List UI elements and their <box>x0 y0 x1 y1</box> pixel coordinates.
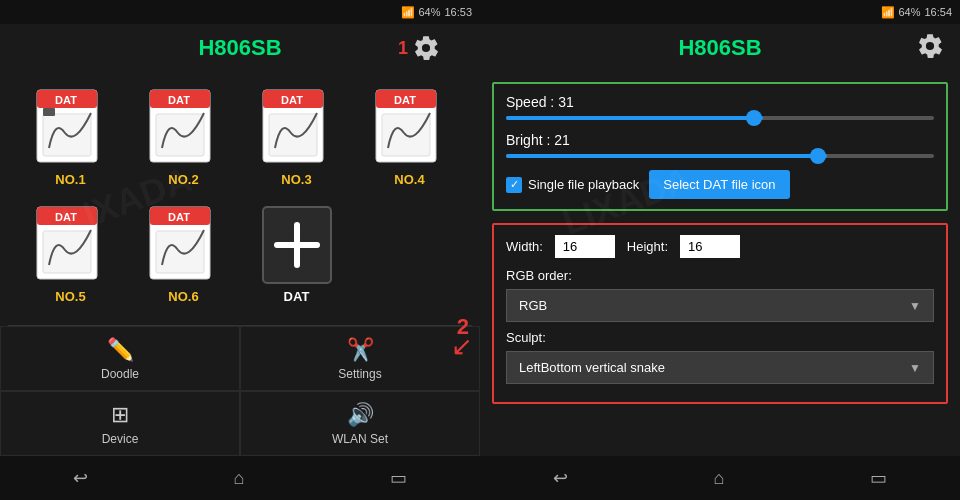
svg-text:DAT: DAT <box>168 94 190 106</box>
recent-button[interactable]: ▭ <box>374 461 423 495</box>
rgb-dropdown[interactable]: RGB ▼ <box>506 289 934 322</box>
speed-label: Speed : 31 <box>506 94 934 110</box>
speed-slider-track[interactable] <box>506 116 934 120</box>
single-file-checkbox[interactable]: ✓ Single file playback <box>506 177 639 193</box>
dat-icon-4: DAT <box>374 88 446 168</box>
right-panel: 📶 64% 16:54 H806SB Speed : 31 Bright : 2… <box>480 0 960 500</box>
rgb-value: RGB <box>519 298 547 313</box>
doodle-section: Width: Height: RGB order: RGB ▼ Sculpt: … <box>492 223 948 404</box>
doodle-container: Width: Height: RGB order: RGB ▼ Sculpt: … <box>480 217 960 410</box>
arrow-2-icon: ↙ <box>451 331 473 362</box>
svg-text:DAT: DAT <box>168 211 190 223</box>
sculpt-value: LeftBottom vertical snake <box>519 360 665 375</box>
speed-slider-fill <box>506 116 763 120</box>
dat-label-add: DAT <box>284 289 310 304</box>
arrow-number-1: 1 <box>398 38 408 59</box>
dat-icon-1: DAT <box>35 88 107 168</box>
right-gear-icon[interactable] <box>916 32 944 60</box>
dat-item-1[interactable]: DAT NO.1 <box>20 88 121 193</box>
dat-label-4: NO.4 <box>394 172 424 187</box>
dat-icon-3: DAT <box>261 88 333 168</box>
right-status-bar: 📶 64% 16:54 <box>480 0 960 24</box>
playback-row: ✓ Single file playback Select DAT file i… <box>506 170 934 199</box>
left-panel: 📶 64% 16:53 H806SB 1 DAT <box>0 0 480 500</box>
dat-item-6[interactable]: DAT NO.6 <box>133 205 234 310</box>
add-dat-icon <box>261 205 333 285</box>
sculpt-dropdown[interactable]: LeftBottom vertical snake ▼ <box>506 351 934 384</box>
sculpt-label: Sculpt: <box>506 330 934 345</box>
gear-icon[interactable] <box>412 34 440 62</box>
right-status-icons: 📶 64% <box>881 6 920 19</box>
right-time: 16:54 <box>924 6 952 18</box>
nav-wlan[interactable]: 🔊 WLAN Set <box>240 391 480 456</box>
bright-slider-fill <box>506 154 827 158</box>
dat-icon-6: DAT <box>148 205 220 285</box>
bottom-navigation: ✏️ Doodle ✂️ Settings 2 ↙ ⊞ Device 🔊 WLA… <box>0 326 480 456</box>
left-header: H806SB 1 <box>0 24 480 72</box>
wlan-label: WLAN Set <box>332 432 388 446</box>
dat-label-5: NO.5 <box>55 289 85 304</box>
dat-label-1: NO.1 <box>55 172 85 187</box>
nav-settings[interactable]: ✂️ Settings 2 ↙ <box>240 326 480 391</box>
svg-text:DAT: DAT <box>281 94 303 106</box>
select-dat-button[interactable]: Select DAT file icon <box>649 170 789 199</box>
dat-icon-5: DAT <box>35 205 107 285</box>
doodle-label: Doodle <box>101 367 139 381</box>
svg-text:DAT: DAT <box>55 94 77 106</box>
dat-item-5[interactable]: DAT NO.5 <box>20 205 121 310</box>
dat-label-2: NO.2 <box>168 172 198 187</box>
settings-icon: ✂️ <box>347 337 374 363</box>
right-back-button[interactable]: ↩ <box>537 461 584 495</box>
height-label: Height: <box>627 239 668 254</box>
back-button[interactable]: ↩ <box>57 461 104 495</box>
dat-label-6: NO.6 <box>168 289 198 304</box>
left-system-bar: ↩ ⌂ ▭ <box>0 456 480 500</box>
bright-label: Bright : 21 <box>506 132 934 148</box>
speed-bright-container: Speed : 31 Bright : 21 ✓ Single file pla… <box>480 72 960 217</box>
settings-label: Settings <box>338 367 381 381</box>
bright-slider-track[interactable] <box>506 154 934 158</box>
dimension-row: Width: Height: <box>506 235 934 258</box>
width-input[interactable] <box>555 235 615 258</box>
svg-text:DAT: DAT <box>55 211 77 223</box>
left-time: 16:53 <box>444 6 472 18</box>
speed-bright-section: Speed : 31 Bright : 21 ✓ Single file pla… <box>492 82 948 211</box>
nav-device[interactable]: ⊞ Device <box>0 391 240 456</box>
bright-slider-thumb <box>810 148 826 164</box>
sculpt-dropdown-arrow: ▼ <box>909 361 921 375</box>
dat-item-2[interactable]: DAT NO.2 <box>133 88 234 193</box>
checkbox-checkmark: ✓ <box>506 177 522 193</box>
device-label: Device <box>102 432 139 446</box>
rgb-dropdown-arrow: ▼ <box>909 299 921 313</box>
right-system-bar: ↩ ⌂ ▭ <box>480 456 960 500</box>
dat-item-3[interactable]: DAT NO.3 <box>246 88 347 193</box>
doodle-icon: ✏️ <box>107 337 134 363</box>
device-icon: ⊞ <box>111 402 129 428</box>
width-label: Width: <box>506 239 543 254</box>
single-file-label: Single file playback <box>528 177 639 192</box>
wlan-icon: 🔊 <box>347 402 374 428</box>
speed-slider-thumb <box>746 110 762 126</box>
dat-item-4[interactable]: DAT NO.4 <box>359 88 460 193</box>
dat-item-add[interactable]: DAT <box>246 205 347 310</box>
rgb-order-label: RGB order: <box>506 268 934 283</box>
nav-doodle[interactable]: ✏️ Doodle <box>0 326 240 391</box>
right-app-title: H806SB <box>678 35 761 61</box>
settings-arrow-area: 1 <box>398 34 440 62</box>
svg-text:DAT: DAT <box>394 94 416 106</box>
left-app-title: H806SB <box>198 35 281 61</box>
left-status-bar: 📶 64% 16:53 <box>0 0 480 24</box>
right-recent-button[interactable]: ▭ <box>854 461 903 495</box>
dat-file-grid: DAT NO.1 DAT NO.2 <box>0 72 480 325</box>
dat-label-3: NO.3 <box>281 172 311 187</box>
right-home-button[interactable]: ⌂ <box>698 462 741 495</box>
home-button[interactable]: ⌂ <box>218 462 261 495</box>
dat-icon-2: DAT <box>148 88 220 168</box>
height-input[interactable] <box>680 235 740 258</box>
status-icons: 📶 64% <box>401 6 440 19</box>
right-header: H806SB <box>480 24 960 72</box>
svg-rect-4 <box>43 108 55 116</box>
